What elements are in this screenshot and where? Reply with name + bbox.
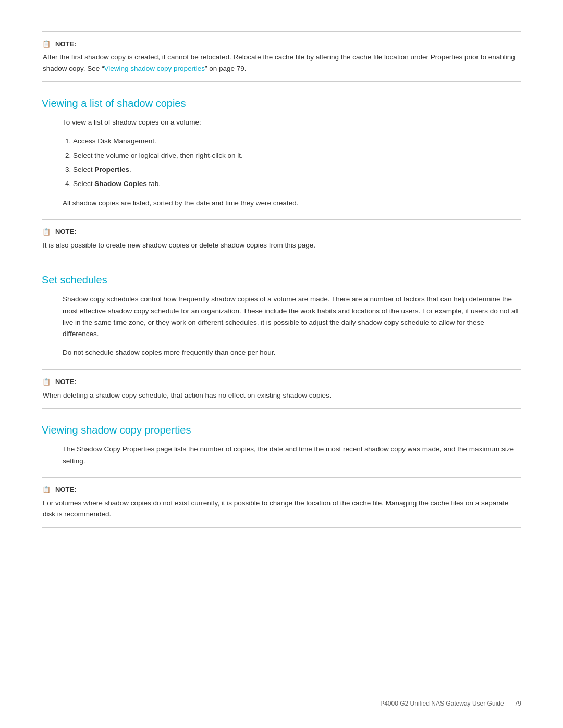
footer-page: 79 — [515, 700, 521, 707]
note-content-4: For volumes where shadow copies do not e… — [42, 498, 521, 520]
page-container: 📋 NOTE: After the first shadow copy is c… — [0, 0, 563, 585]
footer-text: P4000 G2 Unified NAS Gateway User Guide — [380, 700, 504, 707]
note-icon-4: 📋 — [42, 485, 51, 495]
steps-list: Access Disk Management. Select the volum… — [42, 135, 521, 190]
step-1: Access Disk Management. — [73, 135, 521, 147]
step-3-bold: Properties — [94, 166, 129, 174]
note-icon-3: 📋 — [42, 377, 51, 387]
section1-intro: To view a list of shadow copies on a vol… — [42, 117, 521, 128]
section-set-schedules: Set schedules Shadow copy schedules cont… — [42, 274, 521, 359]
note-header-4: 📋 NOTE: — [42, 485, 521, 495]
note-text-top-suffix: ” on page 79. — [205, 65, 247, 72]
step-3-suffix: . — [129, 166, 131, 174]
note-icon-2: 📋 — [42, 227, 51, 237]
section1-heading: Viewing a list of shadow copies — [42, 97, 521, 109]
section3-para1: The Shadow Copy Properties page lists th… — [42, 443, 521, 467]
note-icon-top: 📋 — [42, 39, 51, 48]
step-3: Select Properties. — [73, 164, 521, 176]
viewing-shadow-copy-link[interactable]: Viewing shadow copy properties — [104, 65, 205, 72]
section-viewing-list: Viewing a list of shadow copies To view … — [42, 97, 521, 209]
section3-heading: Viewing shadow copy properties — [42, 424, 521, 436]
step-2-text: Select the volume or logical drive, then… — [73, 152, 243, 159]
step-4-suffix: tab. — [147, 180, 161, 188]
note-box-top: 📋 NOTE: After the first shadow copy is c… — [42, 31, 521, 82]
page-footer: P4000 G2 Unified NAS Gateway User Guide … — [380, 700, 521, 707]
note-label-2: NOTE: — [55, 228, 76, 236]
note-content-3: When deleting a shadow copy schedule, th… — [42, 390, 521, 401]
step-2: Select the volume or logical drive, then… — [73, 150, 521, 162]
step-3-prefix: Select — [73, 166, 94, 174]
note-label-top: NOTE: — [55, 40, 76, 48]
section2-para2: Do not schedule shadow copies more frequ… — [42, 347, 521, 359]
note-box-2: 📋 NOTE: It is also possible to create ne… — [42, 219, 521, 259]
section2-para1: Shadow copy schedules control how freque… — [42, 293, 521, 340]
note-content-2: It is also possible to create new shadow… — [42, 240, 521, 251]
note-header-2: 📋 NOTE: — [42, 227, 521, 237]
note-header-top: 📋 NOTE: — [42, 39, 521, 48]
step-4-bold: Shadow Copies — [94, 180, 147, 188]
note-box-3: 📋 NOTE: When deleting a shadow copy sche… — [42, 369, 521, 409]
note-box-4: 📋 NOTE: For volumes where shadow copies … — [42, 477, 521, 528]
note-label-4: NOTE: — [55, 486, 76, 493]
step-1-text: Access Disk Management. — [73, 137, 156, 145]
section2-heading: Set schedules — [42, 274, 521, 286]
step-4: Select Shadow Copies tab. — [73, 178, 521, 190]
note-label-3: NOTE: — [55, 378, 76, 386]
step-4-prefix: Select — [73, 180, 94, 188]
note-header-3: 📋 NOTE: — [42, 377, 521, 387]
note-content-top: After the first shadow copy is created, … — [42, 52, 521, 74]
section-viewing-properties: Viewing shadow copy properties The Shado… — [42, 424, 521, 467]
section1-summary: All shadow copies are listed, sorted by … — [42, 198, 521, 209]
